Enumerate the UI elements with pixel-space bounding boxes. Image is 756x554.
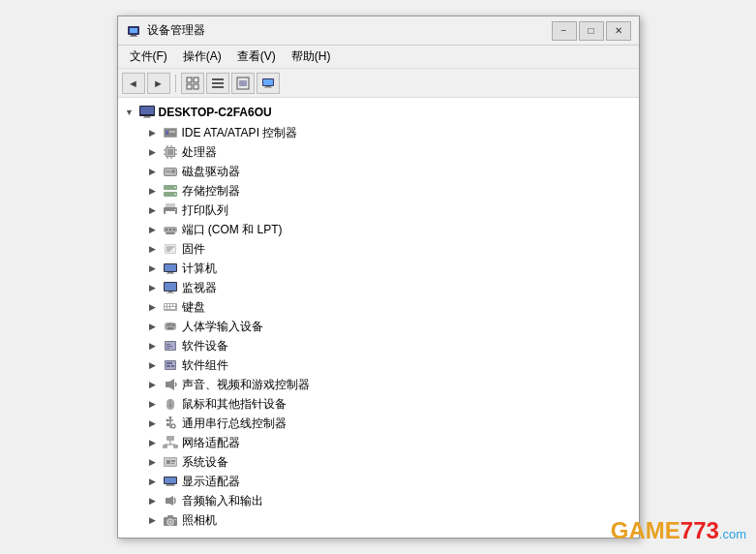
tree-root-node[interactable]: ▼ DESKTOP-C2FA6OU [118,102,639,123]
svg-rect-44 [166,203,175,207]
list-item[interactable]: ▶ 软件设备 [118,336,639,355]
item-label: 处理器 [182,144,217,161]
root-label: DESKTOP-C2FA6OU [159,106,272,119]
item-label: 通用串行总线控制器 [182,416,287,432]
svg-rect-61 [166,273,174,274]
svg-rect-46 [166,211,175,216]
view-button-2[interactable] [206,73,229,94]
svg-rect-69 [170,304,172,306]
hid-icon [163,319,178,334]
svg-rect-107 [171,460,175,462]
list-item[interactable]: ▶ 网络适配器 [118,433,639,452]
svg-rect-89 [171,365,174,367]
svg-rect-16 [264,87,272,88]
svg-point-38 [171,169,175,173]
list-item[interactable]: ▶ 监视器 [118,278,639,297]
svg-rect-72 [167,307,169,309]
expand-icon: ▶ [145,164,161,179]
list-item[interactable]: ▶ 音频输入和输出 [118,491,639,510]
list-item[interactable]: ▶ 端口 (COM 和 LPT) [118,220,639,239]
device-manager-window: 设备管理器 − □ ✕ 文件(F) 操作(A) 查看(V) 帮助(H) ◄ ► [117,15,640,539]
software-device-icon [163,338,178,354]
svg-rect-71 [165,307,166,309]
window-controls: − □ ✕ [552,21,631,41]
list-item[interactable]: ▶ 键盘 [118,297,639,317]
expand-icon: ▶ [145,377,161,392]
svg-point-97 [168,416,171,419]
svg-point-50 [169,229,171,231]
list-item[interactable]: ▶ 照相机 [118,510,639,530]
view-button-1[interactable] [181,73,204,94]
svg-rect-4 [187,77,192,82]
item-label: 软件组件 [182,357,228,374]
menu-action[interactable]: 操作(A) [175,46,229,67]
list-item[interactable]: ▶ 声音、视频和游戏控制器 [118,375,639,394]
system-icon [163,454,178,470]
menu-file[interactable]: 文件(F) [122,46,175,67]
toolbar: ◄ ► [118,69,639,98]
usb-icon [163,416,178,431]
svg-point-51 [173,229,175,231]
svg-rect-52 [166,232,175,234]
svg-rect-47 [174,209,176,210]
list-item[interactable]: ▶ 人体学输入设备 [118,317,639,336]
item-label: 存储控制器 [182,183,240,200]
list-item[interactable]: ▶ 固件 [118,239,639,259]
svg-rect-64 [168,292,172,292]
svg-rect-14 [263,79,273,85]
display-adapter-icon [163,474,178,489]
list-item[interactable]: ▶ 通用串行总线控制器 [118,414,639,433]
print-icon [163,202,178,218]
expand-icon: ▶ [145,454,161,470]
expand-icon: ▶ [145,222,161,237]
menu-help[interactable]: 帮助(H) [284,46,339,67]
maximize-button[interactable]: □ [579,21,604,41]
expand-icon: ▶ [145,357,161,373]
minimize-button[interactable]: − [552,21,577,41]
back-button[interactable]: ◄ [122,73,145,94]
window-title: 设备管理器 [147,22,552,39]
device-tree-area[interactable]: ▼ DESKTOP-C2FA6OU ▶ [118,98,639,538]
list-item[interactable]: ▶ IDE ATA/ATAPI 控制器 [118,123,639,142]
expand-icon: ▶ [145,396,161,412]
view-button-3[interactable] [231,73,255,94]
svg-rect-6 [187,84,192,89]
list-item[interactable]: ▶ 存储控制器 [118,181,639,200]
list-item[interactable]: ▶ 计算机 [118,259,639,278]
list-item[interactable]: ▶ 系统设备 [118,452,639,472]
svg-point-49 [166,229,167,231]
item-label: 软件设备 [182,338,228,354]
list-item[interactable]: ▶ 软件组件 [118,355,639,375]
svg-point-116 [168,521,171,524]
close-button[interactable]: ✕ [606,21,631,41]
svg-rect-87 [166,362,172,364]
svg-rect-43 [174,194,176,195]
expand-icon: ▶ [145,261,161,276]
svg-rect-108 [171,463,174,464]
svg-rect-23 [166,131,168,135]
item-label: 照相机 [182,512,217,529]
list-item[interactable]: ▶ 磁盘驱动器 [118,162,639,181]
software-component-icon [163,357,178,373]
list-item[interactable]: ▶ 显示适配器 [118,472,639,491]
item-label: 显示适配器 [182,474,240,490]
list-item[interactable]: ▶ [118,142,639,162]
menu-view[interactable]: 查看(V) [229,46,284,67]
expand-icon: ▶ [145,416,161,431]
svg-rect-68 [167,304,169,306]
svg-rect-83 [166,346,172,347]
network-icon [163,435,178,450]
svg-rect-15 [265,86,271,87]
svg-rect-95 [166,423,169,426]
ide-icon [163,125,178,140]
svg-rect-88 [166,365,170,367]
forward-button[interactable]: ► [147,73,170,94]
svg-rect-65 [166,292,174,293]
watermark-773: 773 [680,517,719,543]
list-item[interactable]: ▶ 鼠标和其他指针设备 [118,394,639,414]
view-button-4[interactable] [257,73,280,94]
list-item[interactable]: ▶ 打印队列 [118,200,639,220]
svg-rect-77 [171,323,175,326]
mouse-icon [163,396,178,412]
expand-icon: ▶ [145,493,161,508]
